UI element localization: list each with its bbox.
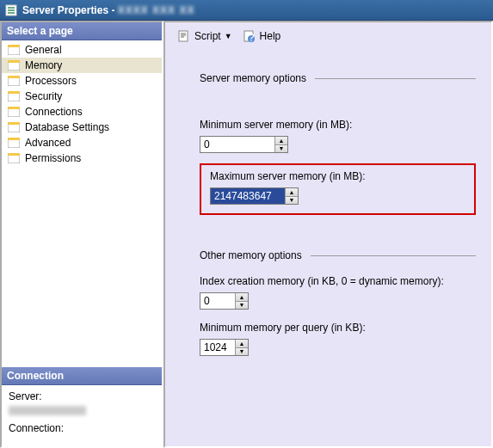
spinner-buttons[interactable]: ▲▼	[235, 340, 248, 355]
sidebar-item-label: Permissions	[25, 152, 81, 164]
query-memory-input[interactable]	[200, 340, 235, 355]
connection-label: Connection:	[9, 422, 155, 434]
page-icon	[7, 75, 21, 87]
help-icon: ?	[243, 29, 256, 43]
content: Server memory options Minimum server mem…	[165, 53, 491, 356]
svg-rect-7	[8, 60, 20, 63]
app-icon	[5, 4, 17, 16]
server-value-obscured	[9, 406, 86, 415]
index-memory-label: Index creation memory (in KB, 0 = dynami…	[200, 275, 476, 287]
down-arrow-icon[interactable]: ▼	[236, 302, 248, 310]
svg-rect-5	[8, 45, 20, 47]
divider	[311, 255, 476, 256]
svg-rect-20	[179, 31, 188, 41]
section-other-memory: Other memory options	[200, 249, 476, 261]
page-icon	[7, 137, 21, 149]
sidebar-item-label: Memory	[25, 59, 62, 71]
toolbar: Script ▼ ? Help	[165, 22, 491, 53]
script-icon	[177, 29, 191, 43]
svg-rect-4	[8, 46, 20, 55]
min-memory-input[interactable]	[200, 137, 274, 152]
up-arrow-icon[interactable]: ▲	[236, 340, 248, 348]
svg-rect-14	[8, 124, 20, 132]
page-icon	[7, 152, 21, 164]
svg-rect-2	[8, 9, 15, 11]
svg-rect-15	[8, 122, 20, 125]
svg-rect-19	[8, 153, 20, 156]
sidebar-item-database-settings[interactable]: Database Settings	[2, 120, 162, 135]
sidebar-item-general[interactable]: General	[2, 42, 162, 58]
spinner-buttons[interactable]: ▲▼	[285, 188, 298, 204]
svg-rect-9	[8, 76, 20, 78]
svg-rect-6	[8, 62, 20, 71]
sidebar-item-permissions[interactable]: Permissions	[2, 150, 162, 166]
script-label: Script	[194, 30, 221, 42]
svg-rect-13	[8, 107, 20, 109]
svg-rect-3	[8, 12, 15, 14]
sidebar-item-security[interactable]: Security	[2, 89, 162, 104]
svg-rect-17	[8, 138, 20, 140]
query-memory-spinner[interactable]: ▲▼	[200, 339, 249, 356]
down-arrow-icon[interactable]: ▼	[236, 348, 248, 356]
min-memory-spinner[interactable]: ▲▼	[200, 136, 288, 153]
svg-rect-1	[8, 7, 15, 9]
up-arrow-icon[interactable]: ▲	[236, 293, 248, 302]
main-panel: Script ▼ ? Help Server memory options Mi…	[163, 21, 493, 448]
help-button[interactable]: ? Help	[239, 28, 285, 45]
page-icon	[7, 106, 21, 118]
sidebar: Select a page General Memory Processors …	[0, 21, 163, 448]
max-memory-input[interactable]	[211, 188, 285, 204]
svg-text:?: ?	[248, 32, 254, 42]
divider	[315, 78, 476, 79]
page-list: General Memory Processors Security Conne…	[2, 40, 162, 168]
up-arrow-icon[interactable]: ▲	[275, 137, 287, 145]
window-titlebar: Server Properties - XXXX XXX XX	[0, 0, 493, 21]
page-icon	[7, 121, 21, 133]
connection-header: Connection	[2, 367, 162, 385]
sidebar-item-label: Security	[25, 90, 62, 102]
svg-rect-18	[8, 155, 20, 163]
sidebar-item-label: General	[25, 44, 62, 56]
svg-rect-16	[8, 139, 20, 148]
window-title: Server Properties -	[22, 4, 118, 16]
svg-rect-11	[8, 91, 20, 94]
script-button[interactable]: Script ▼	[174, 28, 236, 45]
max-memory-spinner[interactable]: ▲▼	[210, 187, 299, 205]
sidebar-item-connections[interactable]: Connections	[2, 104, 162, 120]
section-label: Other memory options	[200, 249, 302, 261]
down-arrow-icon[interactable]: ▼	[286, 197, 298, 205]
svg-rect-10	[8, 93, 20, 101]
server-label: Server:	[9, 390, 155, 402]
page-icon	[7, 90, 21, 102]
up-arrow-icon[interactable]: ▲	[286, 188, 298, 197]
query-memory-label: Minimum memory per query (in KB):	[200, 322, 476, 334]
sidebar-item-label: Advanced	[25, 137, 71, 149]
chevron-down-icon: ▼	[225, 32, 232, 40]
sidebar-item-advanced[interactable]: Advanced	[2, 135, 162, 150]
sidebar-item-processors[interactable]: Processors	[2, 73, 162, 89]
max-memory-label: Maximum server memory (in MB):	[210, 170, 465, 182]
index-memory-input[interactable]	[200, 293, 235, 309]
svg-rect-12	[8, 108, 20, 117]
spinner-buttons[interactable]: ▲▼	[274, 137, 287, 152]
server-name-obscured: XXXX XXX XX	[118, 4, 195, 16]
sidebar-item-memory[interactable]: Memory	[2, 58, 162, 73]
sidebar-spacer	[2, 168, 162, 367]
connection-info: Server: Connection:	[2, 385, 162, 446]
sidebar-item-label: Connections	[25, 106, 83, 118]
spinner-buttons[interactable]: ▲▼	[235, 293, 248, 309]
sidebar-header: Select a page	[2, 22, 162, 40]
help-label: Help	[260, 30, 281, 42]
svg-rect-8	[8, 77, 20, 86]
page-icon	[7, 44, 21, 56]
max-memory-highlight: Maximum server memory (in MB): ▲▼	[200, 163, 476, 215]
page-icon	[7, 59, 21, 71]
sidebar-item-label: Database Settings	[25, 121, 109, 133]
down-arrow-icon[interactable]: ▼	[275, 145, 287, 153]
sidebar-item-label: Processors	[25, 75, 77, 87]
section-server-memory: Server memory options	[200, 72, 476, 84]
min-memory-label: Minimum server memory (in MB):	[200, 119, 476, 131]
section-label: Server memory options	[200, 72, 306, 84]
index-memory-spinner[interactable]: ▲▼	[200, 292, 249, 310]
